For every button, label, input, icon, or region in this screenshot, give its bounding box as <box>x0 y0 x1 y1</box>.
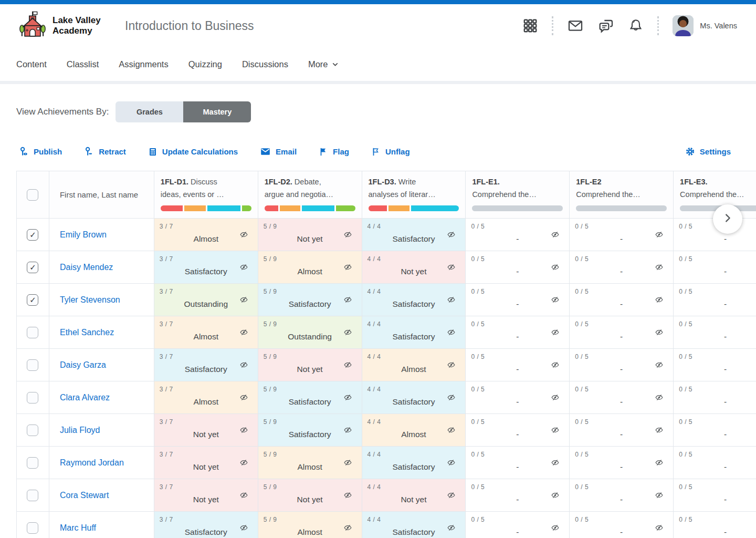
achievement-cell: 0 / 5- <box>466 414 570 447</box>
eye-off-icon <box>655 295 664 306</box>
score-fraction: 0 / 5 <box>471 386 485 393</box>
row-checkbox[interactable] <box>27 522 38 534</box>
eye-off-icon <box>447 491 456 502</box>
achievement-level: - <box>674 527 756 537</box>
student-name-cell: Tyler Stevenson <box>49 284 154 316</box>
row-checkbox-cell <box>17 447 49 479</box>
achievement-level: - <box>674 299 756 309</box>
user-name: Ms. Valens <box>700 22 737 30</box>
row-checkbox[interactable] <box>27 490 38 501</box>
bar-segment-red <box>161 205 183 211</box>
score-fraction: 0 / 5 <box>471 320 485 328</box>
mail-icon[interactable] <box>567 17 584 34</box>
publish-icon <box>19 147 29 157</box>
bar-segment-gray <box>576 205 667 211</box>
row-checkbox[interactable] <box>27 392 38 404</box>
mastery-toggle-button[interactable]: Mastery <box>183 101 251 122</box>
nav-item-quizzing[interactable]: Quizzing <box>188 59 222 69</box>
row-checkbox[interactable] <box>27 425 38 436</box>
student-name-link[interactable]: Cora Stewart <box>60 491 109 500</box>
student-name-link[interactable]: Julia Floyd <box>60 426 100 435</box>
nav-item-more[interactable]: More <box>308 59 339 69</box>
eye-off-icon <box>447 393 456 404</box>
retract-button[interactable]: Retract <box>84 147 126 157</box>
student-name-link[interactable]: Ethel Sanchez <box>60 328 114 337</box>
app-header: Lake Valley Academy Introduction to Busi… <box>0 4 756 47</box>
achievement-cell: 0 / 5- <box>570 349 674 381</box>
row-checkbox[interactable]: ✓ <box>27 229 38 241</box>
student-name-link[interactable]: Raymond Jordan <box>60 458 124 468</box>
achievement-cell: 0 / 5- <box>466 512 570 538</box>
row-checkbox[interactable]: ✓ <box>27 294 38 306</box>
flag-button[interactable]: Flag <box>319 147 349 157</box>
avatar[interactable] <box>673 15 694 36</box>
achievement-cell: 5 / 9Not yet <box>258 479 362 512</box>
outcome-code: 1FL-D3. Write <box>369 178 459 186</box>
outcome-description: analyses of literar… <box>369 191 459 199</box>
achievement-cell: 0 / 5- <box>570 284 674 316</box>
score-fraction: 4 / 4 <box>368 223 381 230</box>
achievement-cell: 4 / 4Not yet <box>362 251 466 284</box>
bar-segment-cyan <box>302 205 334 211</box>
achievement-cell: 3 / 7Outstanding <box>154 284 258 316</box>
eye-off-icon <box>239 263 248 274</box>
student-name-link[interactable]: Daisy Mendez <box>60 263 113 272</box>
column-header-1fl-d3[interactable]: 1FL-D3. Writeanalyses of literar… <box>362 171 466 219</box>
eye-off-icon <box>239 360 248 371</box>
eye-off-icon <box>239 328 248 339</box>
score-fraction: 5 / 9 <box>264 418 277 426</box>
student-name-link[interactable]: Tyler Stevenson <box>60 295 120 305</box>
column-header-1fl-e2[interactable]: 1FL-E2Comprehend the… <box>570 171 674 219</box>
score-fraction: 0 / 5 <box>575 353 589 360</box>
achievement-cell: 5 / 9Not yet <box>258 349 362 381</box>
eye-off-icon <box>343 360 352 371</box>
row-checkbox[interactable] <box>27 359 38 371</box>
student-name-link[interactable]: Emily Brown <box>60 230 107 240</box>
email-button[interactable]: Email <box>260 146 297 157</box>
eye-off-icon <box>551 491 560 502</box>
apps-grid-icon[interactable] <box>522 18 538 34</box>
select-all-checkbox[interactable] <box>27 189 38 201</box>
student-name-link[interactable]: Marc Huff <box>60 523 96 533</box>
publish-button[interactable]: Publish <box>19 147 62 157</box>
student-name-link[interactable]: Clara Alvarez <box>60 393 110 402</box>
row-checkbox[interactable] <box>27 457 38 469</box>
outcome-description: Comprehend the… <box>576 191 667 199</box>
bell-icon[interactable] <box>628 18 644 34</box>
nav-item-content[interactable]: Content <box>16 59 47 69</box>
eye-off-icon <box>343 230 352 241</box>
action-label: Publish <box>34 147 62 156</box>
table-row: Daisy Garza3 / 7Satisfactory5 / 9Not yet… <box>17 349 756 381</box>
eye-off-icon <box>655 458 664 469</box>
chat-icon[interactable] <box>597 17 614 34</box>
course-nav: ContentClasslistAssignmentsQuizzingDiscu… <box>0 47 756 81</box>
settings-button[interactable]: Settings <box>685 147 731 157</box>
nav-item-assignments[interactable]: Assignments <box>119 59 168 69</box>
bar-segment-cyan <box>411 205 459 211</box>
calculator-icon <box>148 147 158 157</box>
score-fraction: 0 / 5 <box>679 418 692 426</box>
eye-off-icon <box>655 328 664 339</box>
course-title[interactable]: Introduction to Business <box>125 19 254 33</box>
update-calculations-button[interactable]: Update Calculations <box>148 147 238 157</box>
nav-item-classlist[interactable]: Classlist <box>67 59 99 69</box>
scroll-right-button[interactable] <box>713 204 742 234</box>
student-name-link[interactable]: Daisy Garza <box>60 360 106 370</box>
column-header-1fl-e1[interactable]: 1FL-E1.Comprehend the… <box>466 171 570 219</box>
row-checkbox[interactable]: ✓ <box>27 262 38 273</box>
unflag-button[interactable]: Unflag <box>371 147 410 157</box>
score-fraction: 0 / 5 <box>679 320 692 328</box>
table-row: Cora Stewart3 / 7Not yet5 / 9Not yet4 / … <box>17 479 756 512</box>
achievement-cell: 4 / 4Not yet <box>362 479 466 512</box>
student-name-cell: Raymond Jordan <box>49 447 154 479</box>
nav-item-discussions[interactable]: Discussions <box>242 59 288 69</box>
column-header-1fl-d1[interactable]: 1FL-D1. Discussideas, events or … <box>154 171 258 219</box>
row-checkbox[interactable] <box>27 327 38 338</box>
score-fraction: 4 / 4 <box>368 353 381 360</box>
score-fraction: 3 / 7 <box>160 386 173 393</box>
achievement-cell: 5 / 9Satisfactory <box>258 284 362 316</box>
user-menu[interactable]: Ms. Valens <box>673 15 737 36</box>
column-header-1fl-d2[interactable]: 1FL-D2. Debate,argue and negotia… <box>258 171 362 219</box>
name-column-header[interactable]: First name, Last name <box>49 171 154 219</box>
grades-toggle-button[interactable]: Grades <box>116 101 183 122</box>
